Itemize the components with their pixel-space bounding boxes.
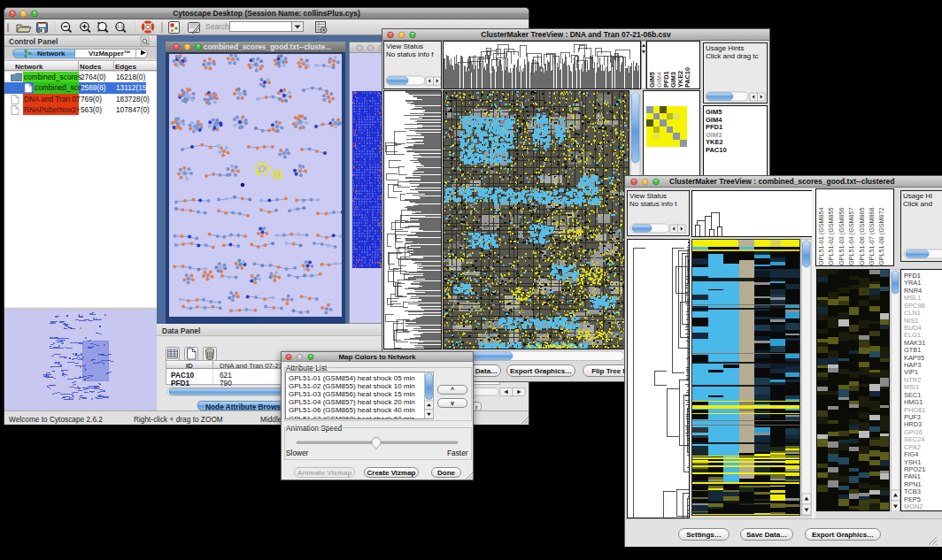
svg-text:PAC10: PAC10 — [683, 67, 691, 88]
svg-text:GPL51-04 (GSM857: GPL51-04 (GSM857 — [847, 207, 855, 265]
svg-text:GPL51-07 (GSM868: GPL51-07 (GSM868 — [868, 207, 876, 265]
svg-text:GPL51-03 (GSM856: GPL51-03 (GSM856 — [838, 207, 845, 265]
svg-text:GPL51-06 (GSM865: GPL51-06 (GSM865 — [858, 207, 866, 265]
svg-text:Search:: Search: — [205, 22, 231, 31]
svg-text:GPL51-08 (GSM872: GPL51-08 (GSM872 — [877, 207, 885, 265]
svg-text:1:1: 1:1 — [117, 24, 123, 29]
svg-text:GPL51-02 (GSM855: GPL51-02 (GSM855 — [827, 207, 835, 265]
svg-text:GPL51-01 (GSM854: GPL51-01 (GSM854 — [817, 207, 825, 265]
